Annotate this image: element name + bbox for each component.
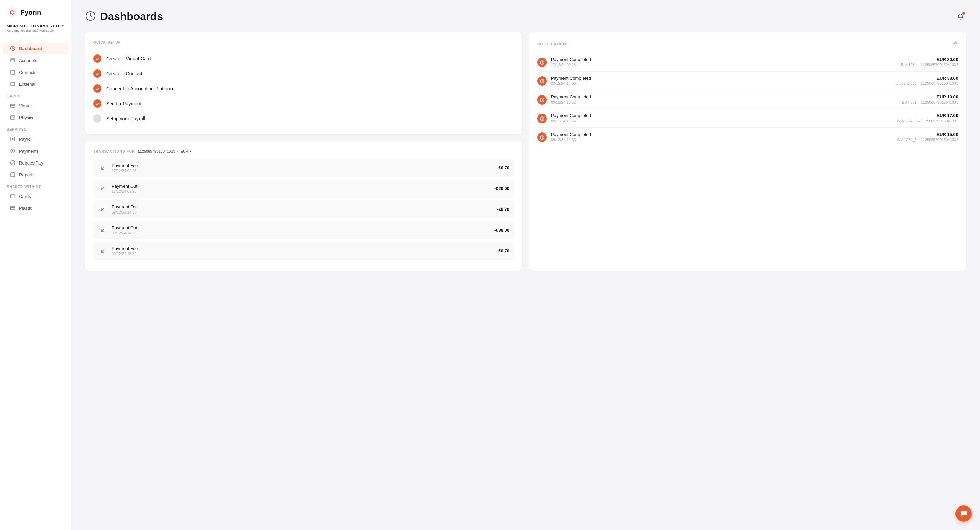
notification-body-2: Payment Completed EUR 10.00 09/12/24 13:… — [551, 94, 958, 104]
sidebar-item-reports-label: Reports — [19, 172, 35, 177]
notification-ref-0: INV-1234 – 112506579015041033 — [901, 63, 958, 67]
company-email: karolina.jarosinska@fyorin.com — [7, 29, 64, 32]
currency-selector[interactable]: EUR ▾ — [181, 149, 191, 153]
sidebar-item-shared-cards[interactable]: Cards — [3, 190, 68, 202]
notification-item-3[interactable]: Payment Completed EUR 17.00 09/12/24 11:… — [537, 109, 958, 128]
page-title: Dashboards — [100, 10, 163, 23]
notifications-card: NOTIFICATIONS Payment Completed — [529, 32, 966, 271]
sidebar-item-dashboard-label: Dashboard — [19, 46, 42, 51]
sidebar-item-reports[interactable]: Reports — [3, 169, 68, 180]
transaction-arrow-2 — [98, 205, 108, 214]
sidebar-item-dashboard[interactable]: Dashboard — [3, 43, 68, 54]
company-chevron-icon: ▾ — [62, 24, 64, 27]
sidebar-item-contacts[interactable]: Contacts — [3, 66, 68, 78]
main-content: Dashboards QUICK SETUP Create a Virtual … — [72, 0, 980, 530]
sidebar-item-virtual[interactable]: Virtual — [3, 100, 68, 112]
transaction-info-1: Payment Out 17/12/24 09:28 — [111, 184, 495, 193]
chat-button[interactable] — [956, 506, 972, 522]
transaction-item-2[interactable]: Payment Fee 09/12/24 14:06 -€0.70 — [93, 200, 514, 218]
notification-button[interactable] — [954, 11, 966, 23]
svg-point-21 — [955, 43, 956, 44]
app-name: Fyorin — [21, 8, 41, 16]
transaction-date-0: 17/12/24 09:28 — [111, 169, 497, 173]
notification-body-1: Payment Completed EUR 38.00 09/12/24 14:… — [551, 76, 958, 86]
notification-item-4[interactable]: Payment Completed EUR 15.00 09/12/24 11:… — [537, 128, 958, 146]
fyorin-logo-icon — [7, 7, 18, 18]
sidebar-item-plastic[interactable]: Plastic — [3, 202, 68, 214]
transaction-name-0: Payment Fee — [111, 163, 497, 168]
dashboard-icon — [10, 45, 16, 51]
company-name[interactable]: MICROSOFT DYNAMICS LTD ▾ — [7, 24, 64, 28]
setup-item-label-2: Connect to Accounting Platform — [106, 86, 173, 91]
transaction-date-2: 09/12/24 14:06 — [111, 210, 497, 214]
notification-icon-3 — [537, 114, 547, 123]
notification-amount-2: EUR 10.00 — [937, 94, 958, 99]
sidebar-item-requestpay-label: RequestPay — [19, 160, 43, 166]
notification-title-4: Payment Completed — [551, 132, 591, 137]
notification-title-1: Payment Completed — [551, 76, 591, 81]
setup-completed-icon-0 — [93, 54, 102, 63]
notification-item-1[interactable]: Payment Completed EUR 38.00 09/12/24 14:… — [537, 72, 958, 90]
transactions-label: TRANSACTIONS FOR — [93, 150, 135, 153]
external-icon — [10, 81, 16, 87]
sidebar-item-physical[interactable]: Physical — [3, 112, 68, 123]
svg-rect-13 — [11, 116, 15, 119]
transaction-amount-0: -€0.70 — [497, 165, 509, 170]
sidebar-item-accounts-label: Accounts — [19, 58, 37, 63]
svg-rect-12 — [11, 104, 15, 107]
notification-date-0: 17/12/24 09:28 — [551, 63, 576, 67]
svg-rect-10 — [11, 70, 14, 74]
transaction-item-0[interactable]: Payment Fee 17/12/24 09:28 -€0.70 — [93, 159, 514, 177]
notification-item-0[interactable]: Payment Completed EUR 20.00 17/12/24 09:… — [537, 53, 958, 72]
transaction-name-4: Payment Fee — [111, 246, 497, 251]
transaction-arrow-0 — [98, 163, 108, 173]
notification-ref-3: INV-1234_3 – 112506579015041033 — [897, 119, 958, 123]
sidebar-item-accounts[interactable]: Accounts — [3, 54, 68, 66]
transactions-header: TRANSACTIONS FOR 112506579015041033 ▾ EU… — [93, 149, 514, 153]
payments-icon — [10, 148, 16, 154]
account-selector[interactable]: 112506579015041033 ▾ — [138, 149, 178, 153]
sidebar-item-payments-label: Payments — [19, 148, 39, 153]
notifications-list: Payment Completed EUR 20.00 17/12/24 09:… — [537, 53, 958, 146]
notification-ref-4: INV-1234_5 – 112506579015041033 — [897, 137, 958, 142]
transaction-item-4[interactable]: Payment Fee 09/12/24 13:52 -€0.70 — [93, 242, 514, 260]
setup-item-4: Setup your Payroll — [93, 111, 514, 126]
notification-title-3: Payment Completed — [551, 113, 591, 118]
notification-ref-2: TEST-001 – 112506579015041033 — [900, 100, 958, 104]
sidebar-item-external[interactable]: External — [3, 78, 68, 90]
transaction-date-4: 09/12/24 13:52 — [111, 252, 497, 256]
sidebar-item-payroll[interactable]: Payroll — [3, 133, 68, 145]
sidebar-item-plastic-label: Plastic — [19, 206, 32, 211]
sidebar-item-requestpay[interactable]: RequestPay — [3, 157, 68, 169]
sidebar-item-payments[interactable]: Payments — [3, 145, 68, 157]
main-navigation: Dashboard Accounts Contacts — [0, 38, 71, 218]
transaction-name-2: Payment Fee — [111, 204, 497, 209]
notification-item-2[interactable]: Payment Completed EUR 10.00 09/12/24 13:… — [537, 90, 958, 109]
svg-rect-19 — [11, 206, 15, 210]
quick-setup-card: QUICK SETUP Create a Virtual Card Create… — [85, 32, 522, 134]
dashboards-icon — [85, 11, 96, 23]
transaction-info-0: Payment Fee 17/12/24 09:28 — [111, 163, 497, 173]
sidebar: Fyorin MICROSOFT DYNAMICS LTD ▾ karolina… — [0, 0, 72, 530]
contacts-icon — [10, 69, 16, 75]
setup-item-3: Send a Payment — [93, 96, 514, 111]
page-title-area: Dashboards — [85, 10, 163, 23]
sidebar-item-virtual-label: Virtual — [19, 103, 32, 108]
notification-icon-0 — [537, 57, 547, 67]
transaction-amount-3: -€38.00 — [495, 228, 509, 233]
transaction-item-3[interactable]: Payment Out 09/12/24 14:06 -€38.00 — [93, 221, 514, 239]
transaction-item-1[interactable]: Payment Out 17/12/24 09:28 -€20.00 — [93, 179, 514, 198]
notification-title-2: Payment Completed — [551, 94, 591, 99]
quick-setup-label: QUICK SETUP — [93, 40, 514, 44]
transaction-info-3: Payment Out 09/12/24 14:06 — [111, 225, 495, 235]
notification-body-4: Payment Completed EUR 15.00 09/12/24 11:… — [551, 132, 958, 142]
notifications-label: NOTIFICATIONS — [537, 42, 569, 46]
notification-dot — [962, 12, 965, 14]
notifications-settings-icon[interactable] — [953, 40, 958, 47]
svg-rect-9 — [11, 59, 14, 62]
sidebar-item-external-label: External — [19, 82, 35, 87]
setup-completed-icon-1 — [93, 69, 102, 78]
notification-date-2: 09/12/24 13:52 — [551, 100, 576, 104]
transaction-info-2: Payment Fee 09/12/24 14:06 — [111, 204, 497, 214]
company-info[interactable]: MICROSOFT DYNAMICS LTD ▾ karolina.jarosi… — [0, 21, 71, 38]
